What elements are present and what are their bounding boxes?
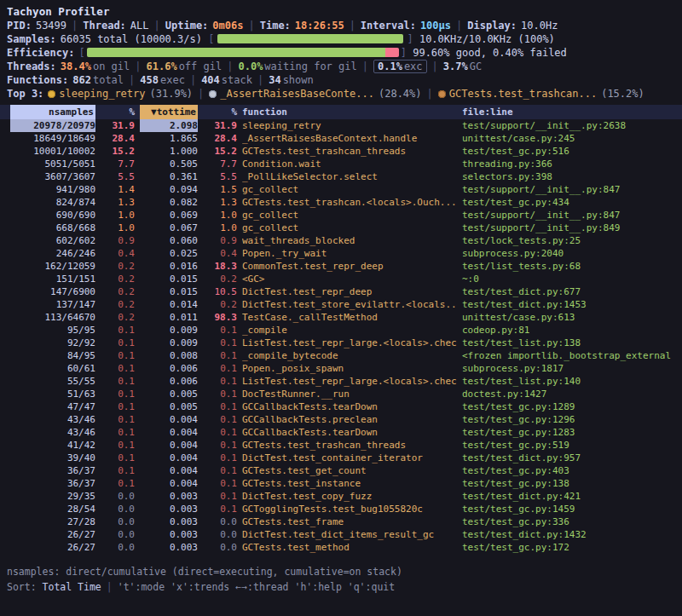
- nsamples-cell: 92/92: [10, 337, 95, 349]
- file-cell: ~:0: [462, 273, 672, 285]
- table-row[interactable]: 26/270.00.0030.0GCTests.test_methodtest/…: [0, 541, 682, 554]
- nsamples-cell: 602/602: [10, 234, 95, 247]
- pct-cum-cell: 0.1: [203, 426, 237, 439]
- tottime-cell: 0.004: [140, 452, 198, 464]
- table-row[interactable]: 26/270.00.0030.0DictTest.test_dict_items…: [0, 528, 682, 541]
- table-row[interactable]: 47/470.10.0050.1GCCallbackTests.tearDown…: [0, 400, 682, 413]
- table-row[interactable]: 5051/50517.70.5057.7Condition.waitthread…: [0, 158, 682, 170]
- table-header-row: nsamples % ▼tottime % function file:line: [0, 105, 682, 119]
- header-function[interactable]: function: [242, 105, 457, 119]
- table-row[interactable]: 18649/1864928.41.86528.4_AssertRaisesBas…: [0, 132, 682, 145]
- table-row[interactable]: 84/950.10.0080.1_compile_bytecode<frozen…: [0, 349, 682, 362]
- threads-on-gil: 38.4%on gil: [61, 60, 130, 72]
- pct-direct-cell: 0.0: [101, 503, 135, 515]
- tottime-cell: 0.008: [140, 349, 198, 362]
- pct-cum-cell: 1.0: [203, 209, 237, 222]
- nsamples-cell: 60/61: [10, 362, 95, 375]
- table-row[interactable]: 20978/2097931.92.09831.9sleeping_retryte…: [0, 119, 682, 132]
- separator: |: [107, 581, 113, 593]
- header-pct-direct[interactable]: %: [101, 105, 135, 119]
- pct-cum-cell: 0.2: [203, 273, 237, 285]
- sort-label: Sort:: [7, 581, 37, 593]
- table-row[interactable]: 246/2460.40.0250.4Popen._try_waitsubproc…: [0, 247, 682, 260]
- table-row[interactable]: 43/460.10.0040.1GCCallbackTests.tearDown…: [0, 426, 682, 439]
- keybar-line: Sort: Total Time|'t':mode 'x':trends ←→:…: [7, 579, 675, 595]
- file-cell: test/support/__init__.py:849: [462, 222, 672, 234]
- table-row[interactable]: 147/69000.20.01510.5DictTest.test_repr_d…: [0, 285, 682, 298]
- table-row[interactable]: 41/420.10.0040.1GCTests.test_trashcan_th…: [0, 439, 682, 452]
- table-row[interactable]: 28/540.00.0030.1GCTogglingTests.test_bug…: [0, 503, 682, 515]
- header-file[interactable]: file:line: [462, 105, 672, 119]
- file-cell: test/support/__init__.py:2638: [462, 119, 672, 132]
- tottime-cell: 0.011: [140, 311, 198, 324]
- pct-cum-cell: 0.1: [203, 477, 237, 490]
- function-table: nsamples % ▼tottime % function file:line…: [0, 105, 682, 554]
- table-row[interactable]: 29/350.00.0030.1DictTest.test_copy_fuzzt…: [0, 490, 682, 503]
- tottime-cell: 0.003: [140, 541, 198, 554]
- table-row[interactable]: 27/280.00.0030.0GCTests.test_frametest/t…: [0, 515, 682, 528]
- samples-summary: 66035 total (10000.3/s): [61, 33, 202, 45]
- table-row[interactable]: 51/630.10.0050.1DocTestRunner.__rundocte…: [0, 388, 682, 400]
- table-row[interactable]: 43/460.10.0040.1GCCallbackTests.preclean…: [0, 413, 682, 426]
- pct-cum-cell: 0.1: [203, 362, 237, 375]
- table-row[interactable]: 36/370.10.0040.1GCTests.test_get_countte…: [0, 464, 682, 477]
- table-row[interactable]: 690/6901.00.0691.0gc_collecttest/support…: [0, 209, 682, 222]
- table-row[interactable]: 10001/1000215.21.00015.2GCTests.test_tra…: [0, 145, 682, 158]
- tottime-cell: 0.025: [140, 247, 198, 260]
- table-row[interactable]: 113/646700.20.01198.3TestCase._callTestM…: [0, 311, 682, 324]
- nsamples-cell: 941/980: [10, 183, 95, 196]
- table-row[interactable]: 824/8741.30.0821.3GCTests.test_trashcan.…: [0, 196, 682, 209]
- nsamples-cell: 95/95: [10, 324, 95, 337]
- table-row[interactable]: 162/120590.20.01618.3CommonTest.test_rep…: [0, 260, 682, 273]
- file-cell: codeop.py:81: [462, 324, 672, 337]
- separator: |: [350, 20, 355, 32]
- function-cell: GCTests.test_trashcan_threads: [242, 145, 457, 158]
- file-cell: test/test_gc.py:516: [462, 145, 672, 158]
- separator: |: [456, 20, 462, 32]
- nsamples-cell: 26/27: [10, 541, 95, 554]
- tottime-cell: 0.006: [140, 375, 198, 388]
- table-row[interactable]: 668/6681.00.0671.0gc_collecttest/support…: [0, 222, 682, 234]
- table-row[interactable]: 60/610.10.0060.1Popen._posix_spawnsubpro…: [0, 362, 682, 375]
- table-row[interactable]: 95/950.10.0090.1_compilecodeop.py:81: [0, 324, 682, 337]
- nsamples-cell: 29/35: [10, 490, 95, 503]
- tottime-cell: 0.060: [140, 234, 198, 247]
- separator: |: [190, 74, 196, 86]
- footer: nsamples: direct/cumulative (direct=exec…: [0, 564, 682, 595]
- pct-direct-cell: 0.1: [101, 477, 135, 490]
- table-row[interactable]: 137/1470.20.0140.2DictTest.test_store_ev…: [0, 298, 682, 311]
- table-row[interactable]: 92/920.10.0090.1ListTest.test_repr_large…: [0, 337, 682, 349]
- header-pct-cum[interactable]: %: [203, 105, 237, 119]
- table-row[interactable]: 602/6020.90.0600.9wait_threads_blockedte…: [0, 234, 682, 247]
- function-cell: Popen._try_wait: [242, 247, 457, 260]
- separator: |: [72, 20, 78, 32]
- pct-cum-cell: 0.1: [203, 324, 237, 337]
- tottime-cell: 0.005: [140, 388, 198, 400]
- tottime-cell: 0.004: [140, 439, 198, 452]
- pct-cum-cell: 0.0: [203, 528, 237, 541]
- tottime-cell: 0.009: [140, 337, 198, 349]
- tottime-cell: 0.004: [140, 464, 198, 477]
- file-cell: test/test_list.py:140: [462, 375, 672, 388]
- function-cell: GCTests.test_trashcan.<locals>.Ouch...: [242, 196, 457, 209]
- pct-cum-cell: 98.3: [203, 311, 237, 324]
- key-hints: 't':mode 'x':trends ←→:thread 'h':help '…: [118, 581, 395, 593]
- file-cell: test/test_gc.py:336: [462, 515, 672, 528]
- header-tottime[interactable]: ▼tottime: [140, 105, 198, 119]
- tottime-cell: 1.865: [140, 132, 198, 145]
- threads-line: Threads:38.4%on gil|61.6%off gil|0.0%wai…: [0, 60, 682, 73]
- header-nsamples[interactable]: nsamples: [10, 105, 95, 119]
- table-row[interactable]: 941/9801.40.0941.5gc_collecttest/support…: [0, 183, 682, 196]
- table-row[interactable]: 151/1510.20.0150.2<GC>~:0: [0, 273, 682, 285]
- table-row[interactable]: 55/550.10.0060.1ListTest.test_repr_large…: [0, 375, 682, 388]
- pct-direct-cell: 0.1: [101, 413, 135, 426]
- table-row[interactable]: 3607/36075.50.3615.5_PollLikeSelector.se…: [0, 170, 682, 183]
- gold-medal-icon: [48, 90, 55, 98]
- file-cell: test/support/__init__.py:847: [462, 209, 672, 222]
- table-row[interactable]: 36/370.10.0040.1GCTests.test_instancetes…: [0, 477, 682, 490]
- separator: |: [248, 20, 254, 32]
- pct-cum-cell: 0.1: [203, 439, 237, 452]
- file-cell: test/test_gc.py:434: [462, 196, 672, 209]
- tottime-cell: 0.003: [140, 515, 198, 528]
- table-row[interactable]: 39/400.10.0040.1DictTest.test_container_…: [0, 452, 682, 464]
